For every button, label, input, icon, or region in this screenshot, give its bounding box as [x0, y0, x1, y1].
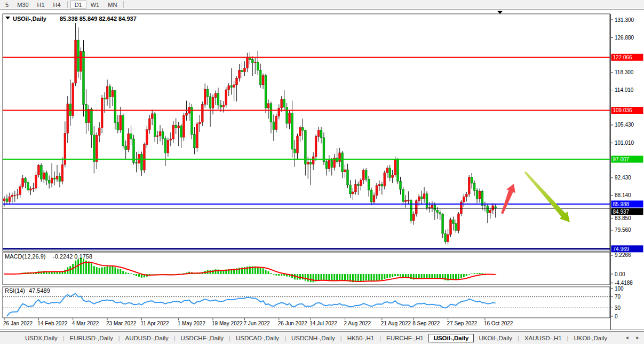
candle-body: [434, 205, 436, 210]
tab-usoil-daily[interactable]: USOil-,Daily: [428, 334, 474, 342]
candle-body: [85, 104, 88, 122]
price-chart[interactable]: 9.22660.00-4.4188 10070300 122.066109.03…: [0, 0, 644, 344]
candle-body: [336, 158, 338, 162]
candle-body: [175, 125, 177, 128]
candle-body: [151, 114, 153, 119]
candle-body: [178, 126, 180, 128]
tab-audusd-daily[interactable]: AUDUSD-,Daily: [121, 334, 173, 342]
price-level-badge-value: 109.036: [613, 107, 633, 113]
candle-body: [77, 40, 79, 72]
candle-body: [180, 126, 182, 137]
chart-shift-marker-icon: [497, 11, 503, 14]
candle-body: [204, 89, 206, 104]
tab-ukoil-daily[interactable]: UKOil-,Daily: [569, 334, 612, 342]
timeframe-h1[interactable]: H1: [33, 1, 49, 9]
candle-body: [450, 220, 452, 234]
price-axis-label: 101.010: [615, 140, 634, 146]
price-axis-label: 105.430: [615, 122, 634, 128]
date-axis-label: 4 Mar 2022: [72, 320, 99, 326]
macd-indicator-values: -0.2242 0.1758: [53, 253, 92, 260]
candle-body: [320, 130, 322, 137]
candle-body: [476, 191, 478, 199]
candle-body: [412, 214, 415, 221]
tab-scroll-right-icon[interactable]: ►: [635, 335, 640, 340]
candle-body: [299, 128, 301, 136]
candle-body: [455, 223, 457, 230]
candle-body: [436, 210, 439, 213]
timeframe-5[interactable]: 5: [1, 1, 13, 9]
candle-body: [307, 162, 309, 164]
candle-body: [191, 107, 193, 135]
toolbar-separator: [67, 1, 68, 8]
candle-body: [104, 98, 106, 99]
candle-body: [492, 206, 494, 210]
timeframe-w1[interactable]: W1: [86, 1, 104, 9]
candle-body: [225, 90, 227, 105]
date-axis-label: 14 Feb 2022: [37, 320, 68, 326]
candle-body: [394, 159, 396, 175]
candle-body: [247, 57, 249, 68]
candle-body: [381, 184, 383, 186]
rsi-axis-label: 0: [615, 314, 618, 319]
tab-usdcad-daily[interactable]: USDCAD-,Daily: [231, 334, 284, 342]
candle-body: [426, 194, 428, 208]
candle-body: [56, 176, 58, 179]
price-level-badge-value: 85.988: [613, 201, 630, 207]
candle-body: [347, 170, 349, 185]
candle-body: [6, 199, 8, 201]
tab-scroll-left-icon[interactable]: ◄: [625, 335, 629, 340]
timeframe-mn[interactable]: MN: [104, 1, 121, 9]
candle-body: [376, 186, 378, 196]
candle-body: [35, 175, 37, 188]
date-axis-label: 16 Oct 2022: [484, 320, 513, 326]
candle-body: [80, 51, 82, 71]
candle-body: [244, 68, 246, 72]
candle-body: [452, 220, 455, 224]
candle-body: [67, 104, 69, 134]
candle-body: [315, 136, 317, 157]
candle-body: [233, 85, 235, 88]
tab-xauusd-h1[interactable]: XAUUSD-,H1: [520, 334, 567, 342]
candle-body: [136, 162, 138, 163]
candle-body: [479, 191, 481, 199]
timeframe-h4[interactable]: H4: [49, 1, 65, 9]
date-axis-label: 23 Mar 2022: [106, 320, 137, 326]
candle-body: [415, 201, 417, 214]
tab-eurchf-h1[interactable]: EURCHF-,H1: [381, 334, 428, 342]
candle-body: [410, 200, 412, 221]
candle-body: [439, 213, 441, 214]
macd-axis-label: 0.00: [615, 271, 625, 277]
candle-body: [164, 138, 166, 153]
candle-body: [170, 139, 172, 140]
candle-body: [420, 197, 423, 199]
candle-body: [442, 214, 444, 234]
tab-eurusd-daily[interactable]: EURUSD-,Daily: [65, 334, 118, 342]
rsi-indicator-value: 47.5489: [29, 287, 50, 294]
candle-body: [392, 175, 394, 178]
candle-body: [230, 85, 233, 87]
tab-usdcnh-daily[interactable]: USDCNH-,Daily: [287, 334, 340, 342]
candle-body: [291, 113, 293, 149]
tab-ukoil-daily[interactable]: UKOil-,Daily: [474, 334, 517, 342]
candle-body: [484, 206, 486, 206]
candle-body: [128, 134, 130, 150]
tab-usdx-daily[interactable]: USDX,Daily: [20, 334, 62, 342]
candle-body: [471, 177, 473, 183]
candle-body: [297, 136, 299, 153]
date-axis-label: 26 Jan 2022: [3, 320, 33, 326]
timeframe-m30[interactable]: M30: [13, 1, 33, 9]
rsi-axis-label: 30: [615, 305, 621, 311]
candle-body: [72, 83, 74, 116]
candle-body: [286, 107, 288, 123]
candle-body: [389, 168, 391, 177]
candle-body: [37, 166, 39, 175]
candle-body: [30, 189, 32, 190]
tab-hk50-h1[interactable]: HK50-,H1: [343, 334, 379, 342]
candle-body: [64, 133, 66, 165]
candle-body: [423, 194, 425, 199]
tab-usdchf-daily[interactable]: USDCHF-,Daily: [176, 334, 229, 342]
candle-body: [125, 146, 127, 150]
candle-body: [317, 130, 320, 136]
timeframe-d1[interactable]: D1: [70, 1, 86, 9]
candle-body: [167, 140, 169, 153]
